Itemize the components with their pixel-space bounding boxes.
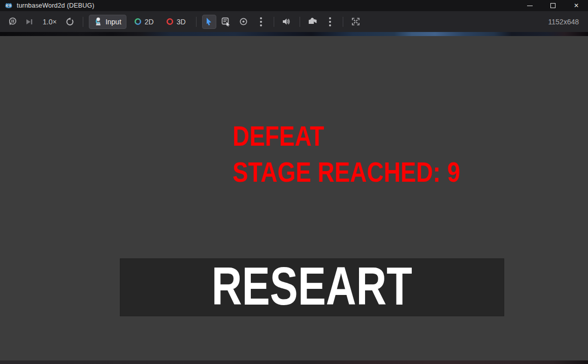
break-pause-button[interactable] [5, 15, 19, 29]
fullscreen-icon [351, 17, 360, 26]
minimize-icon [527, 6, 533, 6]
next-frame-icon [25, 18, 34, 25]
node-select-button[interactable] [219, 15, 234, 29]
toolbar-separator [196, 17, 197, 27]
scene-background-sliver-top [0, 32, 588, 36]
maximize-icon [550, 3, 556, 8]
game-viewport: DEFEAT STAGE REACHED: 9 RESEART [0, 32, 588, 364]
debug-toolbar: 1.0× Input [0, 11, 588, 32]
view-3d-label: 3D [177, 18, 186, 26]
kebab-menu-icon [329, 17, 331, 26]
title-bar: turnbaseWord2d (DEBUG) ✕ [0, 0, 588, 11]
ring-2d-icon [134, 18, 142, 25]
toolbar-separator [83, 17, 83, 27]
input-mode-label: Input [106, 18, 121, 26]
target-icon [239, 17, 248, 26]
node-select-icon [221, 17, 231, 26]
camera-override-menu-button[interactable] [323, 15, 337, 29]
minimize-button[interactable] [518, 0, 541, 11]
break-pause-icon [8, 17, 17, 26]
toolbar-separator [343, 17, 343, 27]
godot-logo-icon [5, 2, 13, 9]
viewport-resolution-label: 1152x648 [548, 18, 579, 26]
camera-options-menu-button[interactable] [254, 15, 268, 29]
restart-game-button[interactable]: RESEART [120, 258, 504, 316]
speed-label[interactable]: 1.0× [40, 18, 60, 26]
restart-game-button-label: RESEART [212, 259, 412, 316]
defeat-title: DEFEAT [233, 118, 460, 154]
toolbar-separator [300, 17, 300, 27]
view-2d-button[interactable]: 2D [129, 15, 158, 29]
joypad-input-icon [94, 17, 103, 26]
window-title: turnbaseWord2d (DEBUG) [17, 2, 94, 9]
restart-icon [66, 17, 75, 26]
scene-background-sliver-bottom [0, 360, 588, 364]
input-mode-button[interactable]: Input [89, 15, 126, 29]
select-cursor-icon [205, 17, 213, 26]
stage-reached-label: STAGE REACHED: 9 [233, 154, 460, 190]
kebab-menu-icon [260, 17, 262, 26]
fullscreen-button[interactable] [349, 15, 363, 29]
target-button[interactable] [237, 15, 251, 29]
defeat-message-block: DEFEAT STAGE REACHED: 9 [233, 118, 460, 190]
camera-override-button[interactable] [306, 15, 320, 29]
toolbar-separator [274, 17, 274, 27]
defeat-screen: DEFEAT STAGE REACHED: 9 RESEART [0, 36, 588, 360]
speaker-icon [282, 17, 291, 26]
app-window: turnbaseWord2d (DEBUG) ✕ 1.0× [0, 0, 588, 364]
next-frame-button[interactable] [22, 15, 37, 29]
view-2d-label: 2D [145, 18, 154, 26]
select-mode-button[interactable] [202, 15, 216, 29]
maximize-button[interactable] [541, 0, 565, 11]
audio-mute-button[interactable] [280, 15, 294, 29]
close-icon: ✕ [574, 3, 579, 9]
ring-3d-icon [166, 18, 174, 25]
close-button[interactable]: ✕ [565, 0, 588, 11]
view-3d-button[interactable]: 3D [161, 15, 190, 29]
restart-button[interactable] [63, 15, 77, 29]
camera-icon [308, 18, 317, 25]
